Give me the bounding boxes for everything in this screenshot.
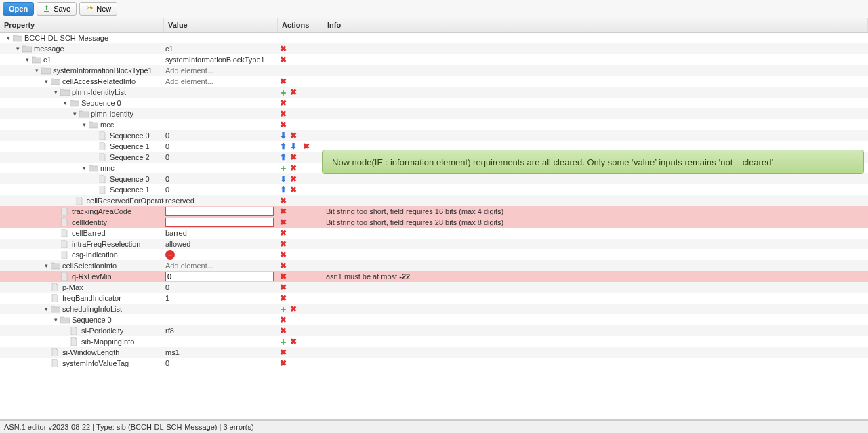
delete-icon[interactable]: ✖ — [279, 251, 287, 259]
collapse-icon[interactable]: ▾ — [43, 78, 49, 85]
collapse-icon[interactable]: ▾ — [43, 262, 49, 269]
collapse-icon[interactable]: ▾ — [5, 35, 12, 41]
collapse-icon[interactable]: ▾ — [15, 45, 21, 52]
tree-row[interactable]: intraFreqReselectionallowed✖ — [0, 239, 868, 249]
delete-icon[interactable]: ✖ — [279, 121, 287, 129]
delete-icon[interactable]: ✖ — [279, 316, 287, 324]
tree-row[interactable]: cellIdentity✖Bit string too short, field… — [0, 217, 868, 228]
tree-row[interactable]: ▾messagec1✖ — [0, 43, 868, 54]
delete-icon[interactable]: ✖ — [279, 77, 287, 85]
delete-icon[interactable]: ✖ — [289, 153, 297, 161]
delete-icon[interactable]: ✖ — [279, 45, 287, 53]
delete-icon[interactable]: ✖ — [279, 327, 287, 335]
tree-row[interactable]: q-RxLevMin✖asn1 must be at most -22 — [0, 271, 868, 282]
new-button[interactable]: New — [79, 2, 117, 16]
tree-row[interactable]: ▾Sequence 0✖ — [0, 314, 868, 325]
tree-row[interactable]: systemInfoValueTag0✖ — [0, 358, 868, 369]
tree-row[interactable]: p-Max0✖ — [0, 282, 868, 293]
add-icon[interactable]: ＋ — [279, 88, 287, 96]
tree-row[interactable]: cellBarredbarred✖ — [0, 228, 868, 239]
collapse-icon[interactable]: ▾ — [53, 89, 59, 96]
value-text: allowed — [165, 240, 190, 248]
tree-row[interactable]: si-Periodicityrf8✖ — [0, 325, 868, 336]
tree-row[interactable]: Sequence 00⬇✖ — [0, 130, 868, 141]
delete-icon[interactable]: ✖ — [279, 99, 287, 107]
tree-row[interactable]: ▾plmn-Identity✖ — [0, 108, 868, 119]
collapse-icon[interactable]: ▾ — [72, 110, 78, 117]
tree-row[interactable]: ▾c1systemInformationBlockType1✖ — [0, 54, 868, 65]
delete-icon[interactable]: ✖ — [279, 262, 287, 270]
add-icon[interactable]: ＋ — [279, 164, 287, 172]
tree-row[interactable]: csg-Indication–✖ — [0, 249, 868, 260]
collapse-icon[interactable]: ▾ — [24, 56, 30, 63]
value-input[interactable] — [165, 218, 274, 227]
collapse-icon[interactable]: ▾ — [43, 306, 49, 312]
value-cell: reserved — [164, 196, 278, 205]
delete-icon[interactable]: ✖ — [279, 207, 287, 215]
file-icon — [60, 240, 70, 248]
delete-icon[interactable]: ✖ — [279, 197, 287, 205]
tree-row[interactable]: si-WindowLengthms1✖ — [0, 347, 868, 358]
collapse-icon[interactable]: ▾ — [81, 121, 87, 128]
delete-icon[interactable]: ✖ — [279, 110, 287, 118]
collapse-icon[interactable]: ▾ — [81, 165, 87, 171]
delete-icon[interactable]: ✖ — [279, 240, 287, 248]
tree-row[interactable]: ▾schedulingInfoList＋✖ — [0, 304, 868, 314]
save-button[interactable]: Save — [37, 2, 77, 16]
move-up-icon[interactable]: ⬆ — [279, 153, 287, 161]
svg-point-1 — [87, 6, 88, 7]
tree-row[interactable]: ▾systemInformationBlockType1Add element.… — [0, 65, 868, 76]
open-button[interactable]: Open — [3, 2, 34, 16]
delete-icon[interactable]: ✖ — [279, 229, 287, 237]
delete-icon[interactable]: ✖ — [279, 272, 287, 281]
tree-row[interactable]: ▾cellSelectionInfoAdd element...✖ — [0, 260, 868, 271]
delete-icon[interactable]: ✖ — [279, 283, 287, 291]
move-down-icon[interactable]: ⬇ — [279, 175, 287, 183]
folder-icon — [32, 56, 41, 64]
delete-icon[interactable]: ✖ — [279, 56, 287, 64]
delete-icon[interactable]: ✖ — [279, 294, 287, 302]
tree-row[interactable]: ▾mcc✖ — [0, 119, 868, 130]
tree-view[interactable]: ▾BCCH-DL-SCH-Message▾messagec1✖▾c1system… — [0, 33, 868, 420]
add-icon[interactable]: ＋ — [279, 337, 287, 346]
tree-row[interactable]: ▾BCCH-DL-SCH-Message — [0, 33, 868, 43]
actions-cell: ✖ — [278, 120, 323, 129]
tree-row[interactable]: Sequence 00⬇✖ — [0, 173, 868, 184]
move-up-icon[interactable]: ⬆ — [279, 142, 287, 150]
collapse-icon[interactable]: ▾ — [34, 67, 40, 74]
property-label: plmn-IdentityList — [72, 88, 126, 96]
value-text: rf8 — [165, 327, 174, 335]
collapse-icon[interactable]: ▾ — [53, 316, 59, 323]
delete-icon[interactable]: ✖ — [289, 305, 297, 313]
move-down-icon[interactable]: ⬇ — [289, 142, 297, 150]
value-cell — [164, 319, 278, 321]
delete-icon[interactable]: ✖ — [289, 88, 297, 96]
delete-icon[interactable]: ✖ — [279, 348, 287, 356]
tree-row[interactable]: freqBandIndicator1✖ — [0, 293, 868, 304]
tree-row[interactable]: ▾plmn-IdentityList＋✖ — [0, 87, 868, 98]
property-cell: ▾plmn-Identity — [0, 109, 164, 119]
tree-row[interactable]: sib-MappingInfo＋✖ — [0, 336, 868, 347]
tree-row[interactable]: cellReservedForOperatorUsereserved✖ — [0, 195, 868, 206]
tree-row[interactable]: ▾Sequence 0✖ — [0, 98, 868, 108]
folder-icon — [89, 121, 98, 129]
delete-icon[interactable]: ✖ — [302, 142, 310, 150]
delete-icon[interactable]: ✖ — [289, 186, 297, 194]
property-cell: ▾c1 — [0, 55, 164, 64]
collapse-icon[interactable]: ▾ — [62, 100, 68, 106]
delete-icon[interactable]: ✖ — [289, 164, 297, 172]
property-cell: p-Max — [0, 283, 164, 292]
delete-icon[interactable]: ✖ — [289, 131, 297, 140]
tree-row[interactable]: Sequence 10⬆✖ — [0, 184, 868, 195]
delete-icon[interactable]: ✖ — [279, 359, 287, 367]
add-icon[interactable]: ＋ — [279, 305, 287, 313]
move-down-icon[interactable]: ⬇ — [279, 131, 287, 140]
value-input[interactable] — [165, 207, 274, 216]
tree-row[interactable]: trackingAreaCode✖Bit string too short, f… — [0, 206, 868, 217]
value-input[interactable] — [165, 272, 274, 281]
tree-row[interactable]: ▾cellAccessRelatedInfoAdd element...✖ — [0, 76, 868, 87]
delete-icon[interactable]: ✖ — [289, 175, 297, 183]
delete-icon[interactable]: ✖ — [289, 337, 297, 346]
delete-icon[interactable]: ✖ — [279, 218, 287, 226]
move-up-icon[interactable]: ⬆ — [279, 186, 287, 194]
